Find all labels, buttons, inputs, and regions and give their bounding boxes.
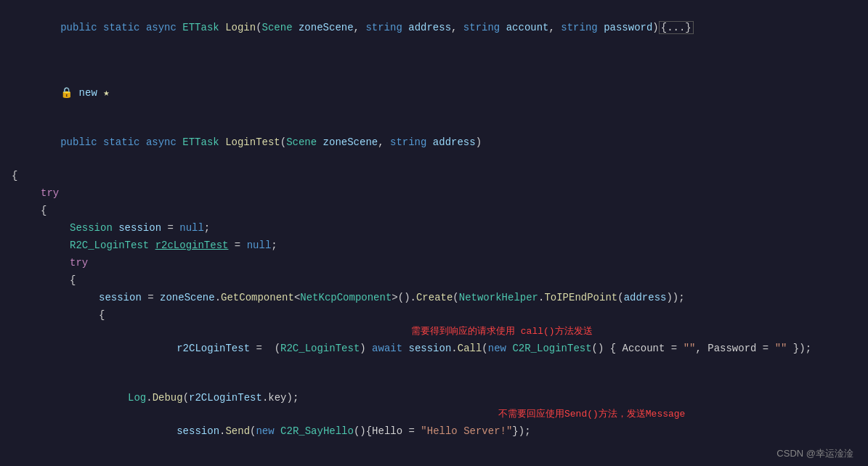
var-r2clogintest: r2cLoginTest xyxy=(155,240,229,251)
code-line-log: Log.Debug(r2CLoginTest.key); xyxy=(4,389,868,406)
var-address2: address xyxy=(433,136,476,148)
method-toipendpoint: ToIPEndPoint xyxy=(544,292,617,303)
kw-try1: try xyxy=(41,187,59,199)
method-getcomponent: GetComponent xyxy=(221,292,294,303)
kw-try2: try xyxy=(70,257,88,269)
var-zonescene: zoneScene xyxy=(299,22,354,33)
code-line-annotation: 🔒 new ★ xyxy=(4,68,868,118)
code-line-open-brace1: { xyxy=(4,167,868,184)
code-line-try1: try xyxy=(4,184,868,202)
var-account: account xyxy=(506,22,549,33)
kw-public2: public xyxy=(60,136,97,148)
method-send: Send xyxy=(225,425,250,437)
method-login: Login xyxy=(225,22,256,33)
var-session3: session xyxy=(409,343,452,354)
keyword-string1: string xyxy=(365,22,402,33)
type-r2c: R2C_LoginTest xyxy=(70,240,149,251)
kw-new2: new xyxy=(256,425,274,437)
str-empty1: "" xyxy=(684,343,696,354)
code-line-1: public static async ETTask Login(Scene z… xyxy=(4,3,868,52)
type-ettask: ETTask xyxy=(182,22,219,33)
var-session2: session xyxy=(99,292,142,303)
code-line-session-assign: session = zoneScene.GetComponent<NetKcpC… xyxy=(4,289,868,306)
code-line-logintest: public static async ETTask LoginTest(Sce… xyxy=(4,118,868,167)
code-line-r2c-assign: r2CLoginTest = (R2C_LoginTest) await ses… xyxy=(4,324,868,389)
code-line-r2c-decl: R2C_LoginTest r2cLoginTest = null; xyxy=(4,237,868,254)
kw-null1: null xyxy=(179,222,204,234)
type-networkhelper: NetworkHelper xyxy=(459,292,538,303)
keyword-string2: string xyxy=(463,22,500,33)
method-call: Call xyxy=(458,343,482,354)
code-line-open-brace2: { xyxy=(4,202,868,219)
var-address3: address xyxy=(624,292,667,303)
code-line-session-decl: Session session = null; xyxy=(4,219,868,237)
var-r2c3: r2CLoginTest xyxy=(189,392,262,404)
keyword-static: static xyxy=(103,22,139,33)
type-c2rsay: C2R_SayHello xyxy=(280,425,354,437)
kw-static2: static xyxy=(103,136,139,148)
tooltip-send: 不需要回应使用Send()方法，发送Message xyxy=(498,406,685,422)
var-zonescene3: zoneScene xyxy=(160,292,215,303)
type-scene: Scene xyxy=(262,22,293,33)
code-line-try2: try xyxy=(4,254,868,271)
type-scene2: Scene xyxy=(286,136,317,148)
type-log: Log xyxy=(128,392,146,404)
tooltip-call: 需要得到响应的请求使用 call()方法发送 xyxy=(411,324,593,340)
code-editor: public static async ETTask Login(Scene z… xyxy=(0,0,868,466)
code-line-send: session.Send(new C2R_SayHello(){Hello = … xyxy=(4,406,868,466)
str-empty2: "" xyxy=(775,343,787,354)
var-session: session xyxy=(118,222,161,234)
var-password: password xyxy=(604,22,652,33)
kw-string4: string xyxy=(390,136,426,148)
type-c2r: C2R_LoginTest xyxy=(512,343,591,354)
method-create: Create xyxy=(416,292,453,303)
var-r2c2: r2CLoginTest xyxy=(177,343,250,354)
watermark: CSDN @幸运淦淦 xyxy=(776,447,853,460)
type-ettask2: ETTask xyxy=(182,136,219,148)
code-content: public static async ETTask Login(Scene z… xyxy=(0,0,868,466)
type-session: Session xyxy=(70,222,113,234)
method-logintest: LoginTest xyxy=(225,136,280,148)
type-netkcpcomp: NetKcpComponent xyxy=(300,292,392,303)
keyword-async: async xyxy=(146,22,177,33)
str-hello: "Hello Server!" xyxy=(421,425,512,437)
method-debug: Debug xyxy=(153,392,183,404)
keyword-public: public xyxy=(60,22,97,33)
var-session4: session xyxy=(177,425,219,437)
type-r2c2: R2C_LoginTest xyxy=(280,343,360,354)
var-zonescene2: zoneScene xyxy=(323,136,378,148)
annotation-star: ★ xyxy=(103,87,109,99)
annotation-new: 🔒 new xyxy=(60,87,97,99)
kw-new1: new xyxy=(488,343,506,354)
code-line-open-brace3: { xyxy=(4,271,868,289)
kw-null2: null xyxy=(247,240,272,251)
kw-await: await xyxy=(372,343,402,354)
keyword-string3: string xyxy=(561,22,597,33)
var-address: address xyxy=(408,22,451,33)
kw-async2: async xyxy=(146,136,177,148)
code-line-empty xyxy=(4,52,868,68)
code-line-open-brace4: { xyxy=(4,306,868,324)
